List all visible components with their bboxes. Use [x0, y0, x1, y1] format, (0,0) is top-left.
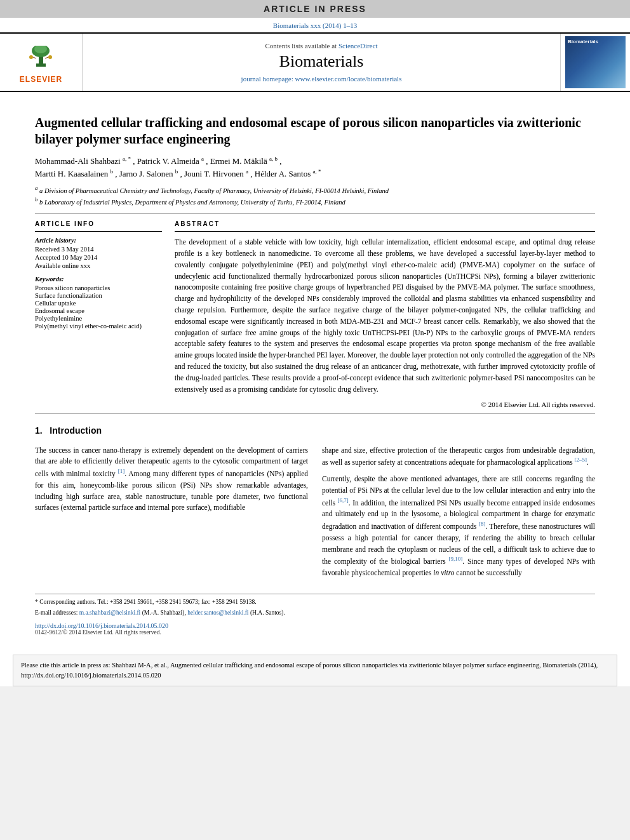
- section-title: 1. Introduction: [35, 425, 595, 436]
- abstract-divider: [175, 231, 595, 232]
- journal-title-box: Contents lists available at ScienceDirec…: [83, 34, 560, 91]
- authors-line: Mohammad-Ali Shahbazi a, * , Patrick V. …: [35, 155, 595, 180]
- intro-left-text: The success in cancer nano-therapy is ex…: [35, 445, 308, 514]
- history-label: Article history:: [35, 237, 162, 244]
- page-wrapper: ARTICLE IN PRESS Biomaterials xxx (2014)…: [0, 0, 630, 686]
- elsevier-logo-box: ELSEVIER: [0, 34, 83, 91]
- issn-copyright: 0142-9612/© 2014 Elsevier Ltd. All right…: [35, 629, 595, 636]
- svg-line-7: [45, 57, 48, 58]
- article-info-divider: [35, 231, 162, 232]
- abstract-copyright: © 2014 Elsevier Ltd. All rights reserved…: [175, 401, 595, 408]
- sciencedirect-label: Contents lists available at ScienceDirec…: [265, 42, 377, 50]
- banner-text: ARTICLE IN PRESS: [264, 4, 366, 14]
- biomaterials-cover-image: Biomaterials: [565, 36, 626, 88]
- affiliation-b: b b Laboratory of Industrial Physics, De…: [35, 196, 595, 207]
- doi-footer: http://dx.doi.org/10.1016/j.biomaterials…: [35, 622, 595, 629]
- introduction-section: 1. Introduction The success in cancer na…: [35, 425, 595, 584]
- citation-box: Please cite this article in press as: Sh…: [13, 655, 617, 686]
- article-info-column: ARTICLE INFO Article history: Received 3…: [35, 220, 162, 408]
- intro-left-col: The success in cancer nano-therapy is ex…: [35, 445, 308, 584]
- keyword-2: Surface functionalization: [35, 292, 162, 299]
- article-in-press-banner: ARTICLE IN PRESS: [0, 0, 630, 18]
- affiliations: a a Division of Pharmaceutical Chemistry…: [35, 184, 595, 208]
- article-title: Augmented cellular trafficking and endos…: [35, 114, 595, 147]
- received-date: Received 3 May 2014: [35, 246, 162, 253]
- journal-ref: Biomaterials xxx (2014) 1–13: [0, 18, 630, 31]
- keyword-5: Polyethylenimine: [35, 315, 162, 322]
- svg-point-4: [29, 55, 33, 59]
- email-link-1[interactable]: m.a.shahbazi@helsinki.fi: [79, 610, 142, 616]
- journal-citation: Biomaterials xxx (2014) 1–13: [273, 22, 357, 29]
- journal-main-title: Biomaterials: [279, 52, 364, 71]
- accepted-date: Accepted 10 May 2014: [35, 254, 162, 261]
- abstract-heading: ABSTRACT: [175, 220, 595, 227]
- biomaterials-cover-box: Biomaterials: [560, 34, 630, 91]
- svg-line-6: [33, 57, 36, 58]
- abstract-text: The development of a stable vehicle with…: [175, 237, 595, 395]
- divider-after-abstract: [35, 413, 595, 414]
- doi-link[interactable]: http://dx.doi.org/10.1016/j.biomaterials…: [35, 622, 168, 629]
- elsevier-label: ELSEVIER: [20, 75, 62, 84]
- affiliation-a: a a Division of Pharmaceutical Chemistry…: [35, 184, 595, 196]
- elsevier-tree-icon: [23, 46, 58, 68]
- keywords-label: Keywords:: [35, 276, 162, 283]
- cover-title-text: Biomaterials: [568, 39, 598, 44]
- divider-after-affiliations: [35, 213, 595, 214]
- elsevier-logo-img: [13, 41, 70, 72]
- sciencedirect-link[interactable]: ScienceDirect: [338, 42, 378, 50]
- keyword-6: Poly(methyl vinyl ether-co-maleic acid): [35, 323, 162, 330]
- article-info-heading: ARTICLE INFO: [35, 220, 162, 227]
- info-abstract-columns: ARTICLE INFO Article history: Received 3…: [35, 220, 595, 408]
- intro-right-text: shape and size, effective protection of …: [322, 445, 595, 579]
- email-footnote: E-mail addresses: m.a.shahbazi@helsinki.…: [35, 609, 595, 618]
- journal-homepage: journal homepage: www.elsevier.com/locat…: [241, 75, 402, 83]
- journal-header: ELSEVIER Contents lists available at Sci…: [0, 32, 630, 92]
- svg-point-5: [48, 55, 52, 59]
- available-online: Available online xxx: [35, 262, 162, 269]
- main-content: Augmented cellular trafficking and endos…: [0, 93, 630, 645]
- keyword-1: Porous silicon nanoparticles: [35, 284, 162, 291]
- intro-body-columns: The success in cancer nano-therapy is ex…: [35, 445, 595, 584]
- corresponding-footnote: * Corresponding authors. Tel.: +358 2941…: [35, 598, 595, 607]
- email-link-2[interactable]: helder.santos@helsinki.fi: [187, 610, 250, 616]
- keyword-3: Cellular uptake: [35, 300, 162, 307]
- keyword-4: Endosomal escape: [35, 307, 162, 314]
- keywords-section: Keywords: Porous silicon nanoparticles S…: [35, 276, 162, 330]
- footnotes-area: * Corresponding authors. Tel.: +358 2941…: [35, 594, 595, 618]
- abstract-column: ABSTRACT The development of a stable veh…: [175, 220, 595, 408]
- intro-right-col: shape and size, effective protection of …: [322, 445, 595, 584]
